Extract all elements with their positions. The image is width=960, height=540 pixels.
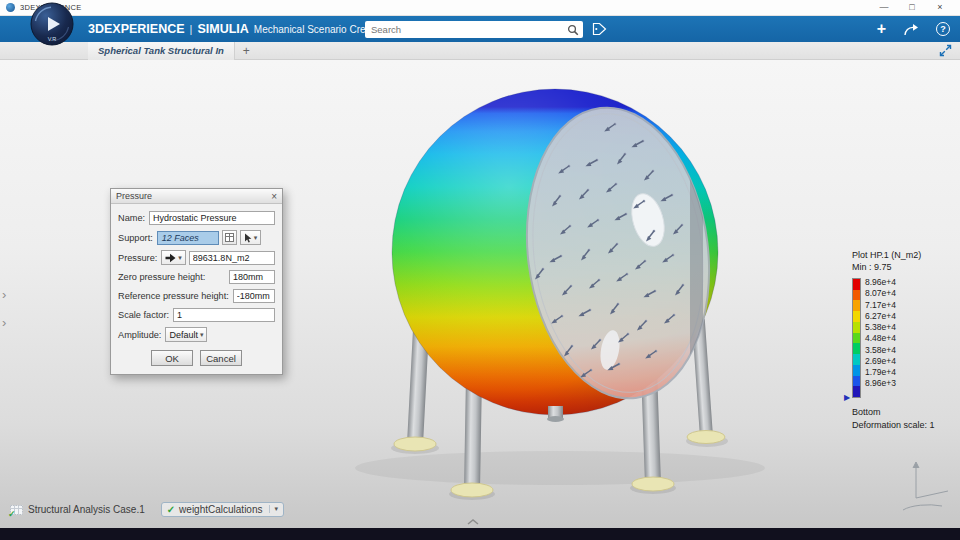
taskbar[interactable] (0, 528, 960, 540)
legend-ticks: 8.96e+48.07e+47.17e+46.27e+45.38e+44.48e… (865, 278, 896, 388)
minimize-button[interactable]: — (870, 0, 898, 15)
add-content-button[interactable]: + (877, 21, 886, 37)
zero-height-label: Zero pressure height: (118, 272, 205, 282)
compass-version-label: V.R (48, 36, 57, 42)
dialog-close-icon[interactable]: × (271, 191, 277, 202)
tank-foot-pad[interactable] (632, 477, 674, 491)
zero-height-row: Zero pressure height: (118, 270, 275, 284)
analysis-case-label: Structural Analysis Case.1 (28, 504, 145, 515)
legend-tick-label: 1.79e+4 (865, 368, 896, 377)
tank-foot-pad[interactable] (394, 437, 436, 451)
weight-calculations-dropdown[interactable]: ✓ weightCalculations ▾ (161, 502, 284, 517)
help-icon[interactable]: ? (936, 22, 950, 36)
maximize-button[interactable]: □ (898, 0, 926, 15)
legend-tick-label: 8.96e+4 (865, 278, 896, 287)
tank-foot-pad[interactable] (451, 483, 493, 497)
compass-logo[interactable]: V.R (30, 2, 74, 46)
close-button[interactable]: × (926, 0, 954, 15)
legend-tick-label: 5.38e+4 (865, 323, 896, 332)
tag-icon[interactable] (592, 22, 607, 36)
brand-3dexperience: 3DEXPERIENCE (88, 22, 185, 36)
brand-simulia: SIMULIA (197, 22, 248, 36)
tab-bar: Spherical Tank Structural In + (0, 42, 960, 60)
legend-tick-label: 3.58e+4 (865, 346, 896, 355)
legend-title: Plot HP.1 (N_m2) (852, 250, 935, 260)
weight-calculations-label: weightCalculations (179, 504, 262, 515)
analysis-case-item[interactable]: ✓ Structural Analysis Case.1 (10, 502, 145, 516)
legend-deformation-label: Deformation scale: 1 (852, 420, 935, 430)
chevron-down-icon: ▾ (200, 331, 204, 339)
legend-tick-label: 6.27e+4 (865, 312, 896, 321)
app-brand: 3DEXPERIENCE | SIMULIA Mechanical Scenar… (88, 22, 387, 36)
search-icon[interactable] (567, 24, 579, 36)
ok-button[interactable]: OK (151, 350, 193, 366)
viewport-3d[interactable]: › › Pressure × Name: Support: 12 Faces (0, 60, 960, 528)
pressure-row: Pressure: ▾ (118, 250, 275, 265)
window-titlebar: 3DEXPERIENCE — □ × (0, 0, 960, 16)
app-window-icon (6, 3, 15, 12)
dropdown-caret-icon: ▾ (269, 505, 279, 513)
pressure-dialog: Pressure × Name: Support: 12 Faces ▾ (110, 188, 283, 375)
support-field[interactable]: 12 Faces (157, 231, 219, 245)
legend-body: ▶ 8.96e+48.07e+47.17e+46.27e+45.38e+44.4… (852, 278, 935, 398)
share-icon[interactable] (903, 23, 919, 36)
pressure-label: Pressure: (118, 253, 157, 263)
legend-tick-label: 2.69e+4 (865, 357, 896, 366)
pressure-direction-dropdown[interactable]: ▾ (161, 250, 186, 265)
amplitude-label: Amplitude: (118, 330, 161, 340)
arrow-direction-icon (165, 253, 176, 263)
chevron-down-icon: ▾ (254, 234, 258, 242)
expand-viewport-icon[interactable] (939, 44, 952, 57)
zero-height-field[interactable] (229, 270, 275, 284)
dialog-titlebar[interactable]: Pressure × (111, 189, 282, 204)
analysis-case-icon: ✓ (10, 502, 24, 516)
status-bar: ✓ Structural Analysis Case.1 ✓ weightCal… (0, 498, 960, 520)
cursor-icon (244, 233, 252, 243)
brand-separator: | (190, 23, 193, 35)
support-row: Support: 12 Faces ▾ (118, 230, 275, 245)
legend-min-marker: ▶ (844, 393, 850, 402)
legend-tick-label: 7.17e+4 (865, 301, 896, 310)
name-row: Name: (118, 211, 275, 225)
search-box (365, 21, 583, 38)
tank-foot-pad[interactable] (687, 431, 725, 444)
support-list-button[interactable] (222, 230, 237, 245)
legend-min-value: Min : 9.75 (852, 262, 935, 272)
panel-expand-chevron[interactable]: › (2, 316, 6, 329)
app-header: 3DEXPERIENCE | SIMULIA Mechanical Scenar… (0, 16, 960, 42)
scale-factor-field[interactable] (173, 308, 275, 322)
pressure-value-field[interactable] (189, 251, 275, 265)
search-input[interactable] (365, 24, 567, 35)
ref-height-row: Reference pressure height: (118, 289, 275, 303)
application-window: 3DEXPERIENCE — □ × 3DEXPERIENCE | SIMULI… (0, 0, 960, 540)
amplitude-dropdown[interactable]: Default ▾ (165, 327, 207, 342)
tab-label: Spherical Tank Structural In (98, 45, 224, 56)
tank-bottom-nozzle[interactable] (547, 406, 564, 422)
header-actions: + ? (877, 21, 950, 37)
status-check-icon: ✓ (8, 509, 16, 519)
support-label: Support: (118, 233, 153, 243)
dialog-body: Name: Support: 12 Faces ▾ Pressure: (111, 204, 282, 374)
selection-mode-dropdown[interactable]: ▾ (240, 230, 262, 245)
scale-factor-label: Scale factor: (118, 310, 169, 320)
name-label: Name: (118, 213, 145, 223)
new-tab-button[interactable]: + (243, 44, 250, 58)
dialog-title: Pressure (116, 191, 152, 201)
amplitude-row: Amplitude: Default ▾ (118, 327, 275, 342)
legend-tick-label: 8.96e+3 (865, 379, 896, 388)
name-field[interactable] (149, 211, 275, 225)
status-check-icon: ✓ (167, 504, 175, 515)
panel-expand-chevron[interactable]: › (2, 288, 6, 301)
tab-spherical-tank[interactable]: Spherical Tank Structural In (88, 42, 235, 60)
window-controls: — □ × (870, 0, 954, 15)
ref-height-label: Reference pressure height: (118, 291, 229, 301)
legend-tick-label: 8.07e+4 (865, 289, 896, 298)
cancel-button[interactable]: Cancel (200, 350, 242, 366)
floor-shadow (355, 451, 765, 485)
amplitude-value: Default (169, 330, 198, 340)
ref-height-field[interactable] (233, 289, 275, 303)
scale-factor-row: Scale factor: (118, 308, 275, 322)
legend-bottom-label: Bottom (852, 407, 935, 417)
contour-legend: Plot HP.1 (N_m2) Min : 9.75 ▶ 8.96e+48.0… (852, 250, 935, 430)
legend-colorbar: ▶ (852, 278, 861, 398)
